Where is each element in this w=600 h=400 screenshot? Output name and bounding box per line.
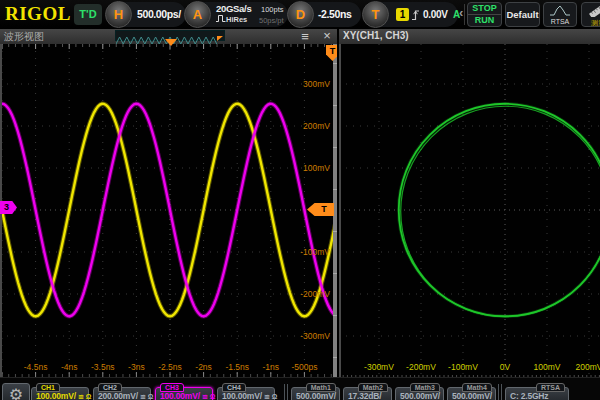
sample-rate[interactable]: 20GSa/s <box>216 3 251 14</box>
spectrum-icon <box>549 5 571 16</box>
channel-scale-value: 100.00mV/ ≌ Ω <box>36 391 91 400</box>
separator <box>501 384 502 400</box>
xy-left-edge-bar <box>339 44 341 377</box>
time-axis-label: -2.5ns <box>154 362 186 372</box>
time-axis-label: -4ns <box>53 362 85 372</box>
measure-button[interactable]: 测量 <box>581 2 600 27</box>
rigol-logo: RIGOL <box>5 3 71 25</box>
math-box-math1[interactable]: Math1500.00mV/ <box>291 387 340 400</box>
measure-label: 测量 <box>582 19 600 27</box>
xy-plot <box>339 44 600 377</box>
square-wave-icon <box>216 15 226 22</box>
math-scale-value: 500.00mV/ <box>452 391 492 400</box>
volt-axis-label: -100mV <box>292 247 330 257</box>
rtsa-value: C: 2.5GHz <box>510 391 548 400</box>
math-scale-value: 500.00mV/ <box>400 391 440 400</box>
channel-box-ch4[interactable]: CH4100.00mV/ ≌ Ω <box>217 387 275 400</box>
channel-scale-value: 100.00mV/ ≌ Ω <box>222 391 277 400</box>
time-axis-label: -1.5ns <box>221 362 253 372</box>
acquire-button[interactable]: A <box>184 1 211 28</box>
volt-axis-label: 200mV <box>292 121 330 131</box>
time-axis-label: -3.5ns <box>87 362 119 372</box>
channel-box-ch3[interactable]: CH3100.00mV/ ≌ Ω <box>155 387 213 400</box>
waveform-graph[interactable]: T T 3 -4.5ns-4ns-3.5ns-3ns-2.5ns-2ns-1.5… <box>0 44 337 377</box>
time-axis-label: -4.5ns <box>20 362 52 372</box>
xy-view-header[interactable]: XY(CH1, CH3) <box>339 29 600 44</box>
trigger-level-value[interactable]: 0.00V <box>423 9 448 20</box>
time-axis-label: -3ns <box>120 362 152 372</box>
resolution[interactable]: 50ps/pt <box>259 16 284 25</box>
volt-axis-label: -200mV <box>292 289 330 299</box>
math-scale-value: 17.32dB/ <box>348 391 381 400</box>
separator <box>287 384 288 400</box>
trigger-coupling: A <box>453 9 460 20</box>
math-box-math4[interactable]: Math4500.00mV/ <box>447 387 496 400</box>
waveform-plot <box>0 44 337 377</box>
volt-axis-label: -300mV <box>292 331 330 341</box>
channel-scale-value: 100.00mV/ ≌ Ω <box>160 391 215 400</box>
volt-axis-label: 300mV <box>292 79 330 89</box>
time-axis-label: -1ns <box>255 362 287 372</box>
ruler-icon <box>588 4 600 17</box>
horizontal-button[interactable]: H <box>105 1 132 28</box>
time-axis-label: -500ps <box>288 362 320 372</box>
bottom-status-bar: ⚙ CH1100.00mV/ ≌ ΩCH2200.00mV/ ≌ ΩCH3100… <box>0 377 600 400</box>
xy-axis-label: -300mV <box>358 362 400 372</box>
math-box-math3[interactable]: Math3500.00mV/ <box>395 387 444 400</box>
xy-axis-label: 0V <box>484 362 526 372</box>
rtsa-label: RTSA <box>544 18 576 26</box>
rtsa-button[interactable]: RTSA <box>543 2 577 27</box>
volt-axis-label: 100mV <box>292 163 330 173</box>
rtsa-box[interactable]: RTSAC: 2.5GHz <box>505 387 569 400</box>
xy-axis-label: 200mV <box>568 362 600 372</box>
rising-edge-icon <box>411 7 423 22</box>
trigger-status-badge: T'D <box>74 4 102 25</box>
channel-box-ch1[interactable]: CH1100.00mV/ ≌ Ω <box>31 387 89 400</box>
waveform-view-title: 波形视图 <box>4 30 44 44</box>
toolbar-separator <box>464 4 465 25</box>
close-icon[interactable]: × <box>318 29 336 44</box>
separator <box>284 384 285 400</box>
memory-depth[interactable]: 100pts <box>261 5 284 14</box>
xy-axis-label: -100mV <box>442 362 484 372</box>
stop-label: STOP <box>468 3 501 15</box>
xy-axis-label: -200mV <box>400 362 442 372</box>
channel-scale-value: 200.00mV/ ≌ Ω <box>98 391 153 400</box>
time-axis-label: -2ns <box>188 362 220 372</box>
xy-graph[interactable]: -300mV-200mV-100mV0V100mV200mV <box>339 44 600 377</box>
menu-icon[interactable]: ≡ <box>296 29 314 44</box>
channel-box-ch2[interactable]: CH2200.00mV/ ≌ Ω <box>93 387 151 400</box>
acq-mode[interactable]: HiRes <box>216 15 247 24</box>
delay-value[interactable]: -2.50ns <box>318 8 351 20</box>
toolbar: RIGOL T'D H 500.00ps/ A 20GSa/s HiRes 10… <box>0 0 600 29</box>
delay-button[interactable]: D <box>287 1 314 28</box>
stop-run-button[interactable]: STOP RUN <box>467 2 502 27</box>
math-box-math2[interactable]: Math217.32dB/ <box>343 387 392 400</box>
settings-gear-button[interactable]: ⚙ <box>2 383 30 400</box>
trigger-source-badge[interactable]: 1 <box>396 8 409 21</box>
run-label: RUN <box>468 15 501 26</box>
math-scale-value: 500.00mV/ <box>296 391 336 400</box>
trigger-position-marker[interactable] <box>165 39 177 46</box>
separator <box>498 384 499 400</box>
xy-axis-label: 100mV <box>526 362 568 372</box>
default-button[interactable]: Default <box>505 2 540 27</box>
trigger-button[interactable]: T <box>362 1 389 28</box>
xy-view-title: XY(CH1, CH3) <box>343 30 409 41</box>
timebase-value[interactable]: 500.00ps/ <box>137 8 181 20</box>
